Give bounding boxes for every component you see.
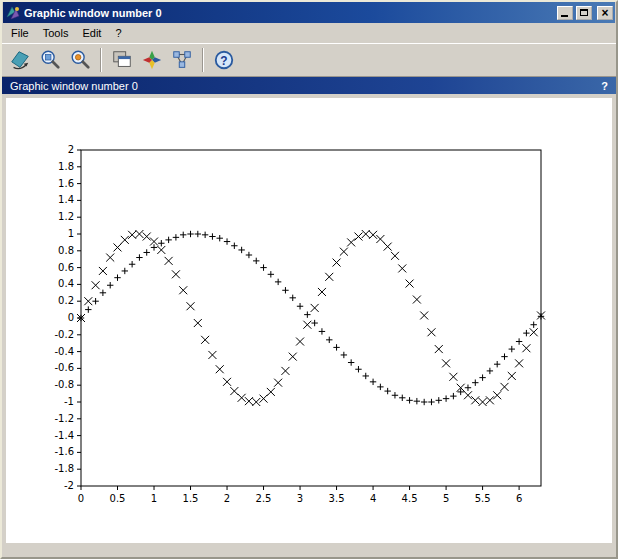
toolbar-separator <box>100 48 102 72</box>
info-bar-help-icon[interactable]: ? <box>601 80 608 92</box>
x-tick-label: 2.5 <box>256 493 272 504</box>
ged-icon <box>111 49 133 71</box>
x-tick-label: 4 <box>370 493 376 504</box>
y-tick-label: -1.2 <box>54 413 74 424</box>
zoom-area-icon <box>39 49 61 71</box>
x-tick-label: 1.5 <box>183 493 199 504</box>
menu-tools[interactable]: Tools <box>36 24 76 42</box>
series-sin-x- <box>78 231 544 405</box>
figure-canvas: 00.511.522.533.544.555.5621.81.61.41.210… <box>6 98 612 543</box>
y-tick-label: -0.8 <box>54 379 74 390</box>
maximize-icon <box>580 9 588 16</box>
menu-file[interactable]: File <box>4 24 36 42</box>
y-tick-label: -1.6 <box>54 446 74 457</box>
y-tick-label: 0.4 <box>58 278 74 289</box>
rotate-button[interactable] <box>6 46 34 74</box>
x-tick-label: 2 <box>224 493 230 504</box>
help-icon: ? <box>213 49 235 71</box>
plot: 00.511.522.533.544.555.5621.81.61.41.210… <box>6 98 612 543</box>
info-bar: Graphic window number 0 ? <box>2 77 616 94</box>
graphic-window: Graphic window number 0 × File Tools Edi… <box>0 0 618 559</box>
x-tick-label: 0.5 <box>110 493 126 504</box>
y-tick-label: 1.8 <box>58 161 74 172</box>
close-button[interactable]: × <box>597 6 613 20</box>
title-bar[interactable]: Graphic window number 0 × <box>3 2 615 23</box>
properties-icon <box>141 49 163 71</box>
x-tick-label: 4.5 <box>402 493 418 504</box>
x-tick-label: 5 <box>443 493 449 504</box>
toolbar: ? <box>2 43 616 77</box>
graph-edit-icon <box>171 49 193 71</box>
y-tick-label: -0.2 <box>54 329 74 340</box>
initial-view-icon <box>69 49 91 71</box>
y-tick-label: -1.8 <box>54 463 74 474</box>
y-tick-label: 1.2 <box>58 211 74 222</box>
y-tick-label: 0.6 <box>58 262 74 273</box>
minimize-button[interactable] <box>557 6 573 20</box>
minimize-icon <box>561 15 568 17</box>
y-tick-label: 0.2 <box>58 295 74 306</box>
x-tick-label: 3.5 <box>329 493 345 504</box>
close-icon: × <box>601 8 608 18</box>
info-bar-label: Graphic window number 0 <box>10 80 601 92</box>
zoom-area-button[interactable] <box>36 46 64 74</box>
ged-button[interactable] <box>108 46 136 74</box>
figure-area: 00.511.522.533.544.555.5621.81.61.41.210… <box>2 94 616 557</box>
toolbar-separator <box>202 48 204 72</box>
y-tick-label: -1.4 <box>54 430 74 441</box>
x-tick-label: 6 <box>516 493 522 504</box>
graph-edit-button[interactable] <box>168 46 196 74</box>
y-tick-label: 0.8 <box>58 245 74 256</box>
x-tick-label: 1 <box>151 493 157 504</box>
maximize-button[interactable] <box>576 6 592 20</box>
y-tick-label: -1 <box>64 396 74 407</box>
app-icon <box>5 5 21 21</box>
initial-view-button[interactable] <box>66 46 94 74</box>
y-tick-label: 0 <box>68 312 74 323</box>
y-tick-label: -2 <box>64 480 74 491</box>
y-tick-label: 1.6 <box>58 178 74 189</box>
axes-box <box>81 150 541 486</box>
y-tick-label: -0.4 <box>54 346 74 357</box>
svg-text:?: ? <box>220 54 227 68</box>
properties-button[interactable] <box>138 46 166 74</box>
x-tick-label: 3 <box>297 493 303 504</box>
menu-help[interactable]: ? <box>108 24 128 42</box>
y-tick-label: 1 <box>68 228 74 239</box>
y-tick-label: -0.6 <box>54 362 74 373</box>
help-button[interactable]: ? <box>210 46 238 74</box>
x-tick-label: 0 <box>78 493 84 504</box>
rotate-icon <box>9 49 31 71</box>
menu-bar: File Tools Edit ? <box>2 23 616 43</box>
y-tick-label: 2 <box>68 144 74 155</box>
menu-edit[interactable]: Edit <box>75 24 108 42</box>
window-title: Graphic window number 0 <box>24 7 554 19</box>
y-tick-label: 1.4 <box>58 194 74 205</box>
x-tick-label: 5.5 <box>475 493 491 504</box>
